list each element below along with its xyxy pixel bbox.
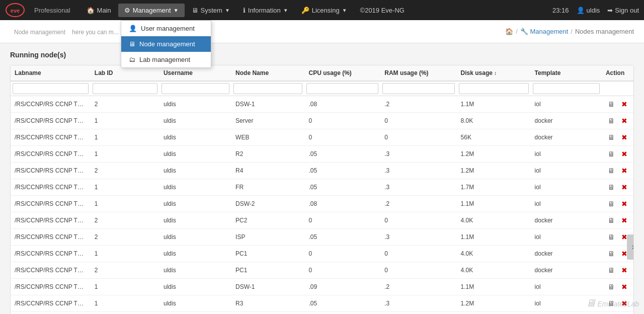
caret-icon-info: ▼ <box>283 8 288 13</box>
cell-username: uldis <box>159 312 231 315</box>
user-mgmt-icon: 👤 <box>129 25 137 32</box>
delete-button[interactable]: ✖ <box>619 215 629 225</box>
lab-mgmt-icon: 🗂 <box>129 56 135 63</box>
cell-nodename: R3 <box>231 295 304 312</box>
monitor-button[interactable]: 🖥 <box>606 149 617 159</box>
cell-username: uldis <box>159 163 231 179</box>
nav-item-system[interactable]: 🖥 System ▼ <box>186 4 236 17</box>
cell-template: iol <box>531 96 602 113</box>
cell-disk: 1.1M <box>457 96 531 113</box>
cell-cpu: .08 <box>304 312 380 315</box>
delete-button[interactable]: ✖ <box>619 116 629 126</box>
cell-ram: .2 <box>380 279 456 295</box>
col-template[interactable]: Template <box>531 65 602 81</box>
filter-disk[interactable] <box>459 83 529 94</box>
nav-item-main[interactable]: 🏠 Main <box>80 4 117 17</box>
cell-nodename: DSW-2 <box>231 196 304 212</box>
col-labname[interactable]: Labname <box>11 65 91 81</box>
dropdown-item-lab-management[interactable]: 🗂 Lab management <box>121 52 211 67</box>
dropdown-item-node-management[interactable]: 🖥 Node management <box>121 36 211 52</box>
cell-cpu: 0 <box>304 262 380 279</box>
cell-labid: 1 <box>91 179 159 196</box>
monitor-button[interactable]: 🖥 <box>606 182 617 192</box>
table-row: /RS/CCNP/RS CCNP TS Lab... 2 uldis DSW-2… <box>11 312 633 315</box>
delete-button[interactable]: ✖ <box>619 132 629 142</box>
monitor-button[interactable]: 🖥 <box>606 215 617 225</box>
navbar: eve Professional 🏠 Main ⚙ Management ▼ 🖥… <box>0 0 644 20</box>
cell-action: 🖥 ✖ <box>602 163 633 179</box>
cell-disk: 4.0K <box>457 246 531 262</box>
breadcrumb-management[interactable]: 🔧 Management <box>520 28 569 35</box>
cell-labname: /RS/CCNP/RS CCNP TS Lab... <box>11 279 91 295</box>
delete-button[interactable]: ✖ <box>619 182 629 192</box>
cell-cpu: .08 <box>304 196 380 212</box>
cell-template: iol <box>531 196 602 212</box>
signout-button[interactable]: ➡ Sign out <box>607 7 639 14</box>
cell-username: uldis <box>159 229 231 246</box>
cell-action: 🖥 ✖ <box>602 279 633 295</box>
cell-nodename: PC2 <box>231 212 304 229</box>
delete-button[interactable]: ✖ <box>619 265 629 275</box>
professional-label: Professional <box>34 7 70 14</box>
monitor-button[interactable]: 🖥 <box>606 166 617 176</box>
key-icon: 🔑 <box>301 7 309 14</box>
cell-cpu: 0 <box>304 212 380 229</box>
system-icon: 🖥 <box>192 7 198 14</box>
cell-disk: 1.2M <box>457 146 531 163</box>
cell-cpu: 0 <box>304 129 380 146</box>
filter-template[interactable] <box>533 83 600 94</box>
col-ram[interactable]: RAM usage (%) <box>380 65 456 81</box>
cell-cpu: .08 <box>304 96 380 113</box>
filter-ram[interactable] <box>382 83 454 94</box>
cell-nodename: DSW-1 <box>231 96 304 113</box>
cell-template: iol <box>531 179 602 196</box>
monitor-watermark-icon: 🖥 <box>586 297 596 308</box>
monitor-button[interactable]: 🖥 <box>606 199 617 209</box>
cell-labname: /RS/CCNP/RS CCNP TS Lab... <box>11 129 91 146</box>
filter-nodename[interactable] <box>233 83 302 94</box>
gear-icon: ⚙ <box>124 7 130 14</box>
table-row: /RS/CCNP/RS CCNP TS Lab... 2 uldis DSW-1… <box>11 96 633 113</box>
cell-disk: 1.1M <box>457 229 531 246</box>
cell-cpu: 0 <box>304 113 380 129</box>
delete-button[interactable]: ✖ <box>619 99 629 109</box>
monitor-button[interactable]: 🖥 <box>606 99 617 109</box>
monitor-button[interactable]: 🖥 <box>606 265 617 275</box>
monitor-button[interactable]: 🖥 <box>606 232 617 242</box>
nav-item-licensing[interactable]: 🔑 Licensing ▼ <box>295 4 353 17</box>
user-menu[interactable]: 👤 uldis <box>577 7 600 14</box>
monitor-button[interactable]: 🖥 <box>606 282 617 292</box>
caret-icon: ▼ <box>174 8 179 13</box>
delete-button[interactable]: ✖ <box>619 199 629 209</box>
sort-icon: ↕ <box>494 70 497 76</box>
cell-action: 🖥 ✖ <box>602 212 633 229</box>
col-nodename[interactable]: Node Name <box>231 65 304 81</box>
nav-item-management[interactable]: ⚙ Management ▼ <box>118 4 185 17</box>
cell-nodename: PC1 <box>231 246 304 262</box>
delete-button[interactable]: ✖ <box>619 149 629 159</box>
filter-cpu[interactable] <box>306 83 378 94</box>
delete-button[interactable]: ✖ <box>619 282 629 292</box>
breadcrumb-nodes: Nodes management <box>575 28 634 35</box>
col-disk[interactable]: Disk usage ↕ <box>457 65 531 81</box>
filter-row <box>11 81 633 96</box>
cell-ram: 0 <box>380 212 456 229</box>
cell-labid: 1 <box>91 246 159 262</box>
cell-labname: /RS/CCNP/RS CCNP TS Lab... <box>11 196 91 212</box>
monitor-button[interactable]: 🖥 <box>606 132 617 142</box>
filter-username[interactable] <box>162 83 229 94</box>
filter-labname[interactable] <box>13 83 89 94</box>
filter-labid[interactable] <box>93 83 157 94</box>
carousel-next-button[interactable]: › <box>627 234 634 260</box>
delete-button[interactable]: ✖ <box>619 166 629 176</box>
monitor-button[interactable]: 🖥 <box>606 249 617 259</box>
monitor-button[interactable]: 🖥 <box>606 116 617 126</box>
breadcrumb-home[interactable]: 🏠 <box>505 28 513 35</box>
cell-labname: /RS/CCNP/RS CCNP TS Lab... <box>11 146 91 163</box>
cell-cpu: .05 <box>304 179 380 196</box>
table-row: /RS/CCNP/RS CCNP TS Lab... 2 uldis PC2 0… <box>11 212 633 229</box>
col-cpu[interactable]: CPU usage (%) <box>304 65 380 81</box>
nav-item-information[interactable]: ℹ Information ▼ <box>237 4 294 17</box>
svg-text:eve: eve <box>11 8 20 14</box>
dropdown-item-user-management[interactable]: 👤 User management <box>121 21 211 36</box>
